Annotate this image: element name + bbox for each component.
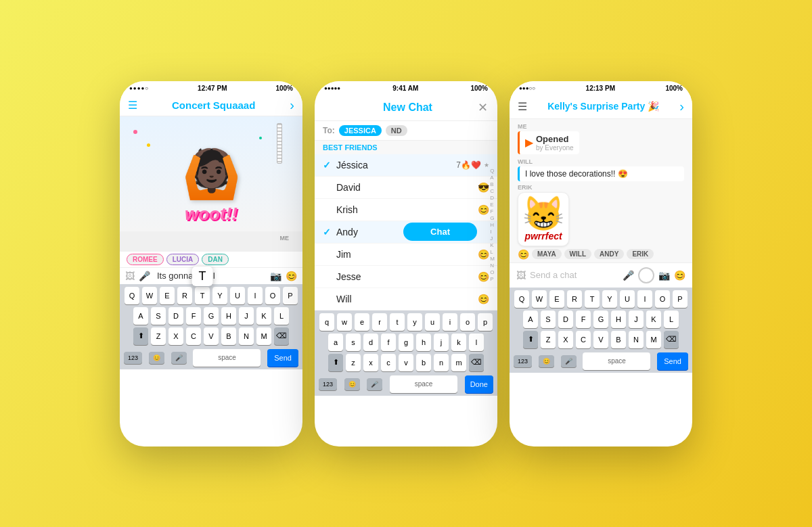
key-O[interactable]: O (265, 287, 280, 304)
key-B[interactable]: B (221, 327, 236, 345)
key3-P[interactable]: P (673, 290, 687, 308)
key3-space[interactable]: space (583, 352, 650, 370)
key-mic-1[interactable]: 🎤 (171, 352, 187, 364)
key-S[interactable]: S (151, 307, 166, 325)
key-C[interactable]: C (186, 327, 201, 345)
key3-V[interactable]: V (593, 331, 608, 348)
key2-j[interactable]: j (434, 334, 449, 351)
key2-y[interactable]: y (407, 313, 422, 331)
key2-p[interactable]: p (478, 313, 493, 331)
key3-L[interactable]: L (664, 311, 679, 328)
key3-S[interactable]: S (541, 311, 556, 328)
key2-c[interactable]: c (381, 354, 396, 371)
key-N[interactable]: N (239, 327, 254, 345)
key2-h[interactable]: h (416, 334, 431, 351)
key2-k[interactable]: k (451, 334, 466, 351)
key-G[interactable]: G (204, 307, 219, 325)
key3-O[interactable]: O (655, 290, 670, 308)
key2-r[interactable]: r (372, 313, 387, 331)
key-T[interactable]: T T (195, 287, 210, 304)
reaction-emoji[interactable]: 😊 (518, 249, 529, 260)
key3-G[interactable]: G (593, 311, 608, 328)
key3-send[interactable]: Send (657, 352, 688, 370)
key3-Y[interactable]: Y (602, 290, 617, 308)
react-maya[interactable]: MAYA (532, 249, 562, 259)
key3-J[interactable]: J (629, 311, 644, 328)
menu-icon-1[interactable]: ☰ (128, 99, 137, 112)
key2-space[interactable]: space (390, 375, 457, 393)
key3-shift[interactable]: ⬆ (523, 331, 538, 348)
emoji-icon-3[interactable]: 😊 (674, 270, 685, 281)
key3-Z[interactable]: Z (541, 331, 556, 348)
chip-jessica[interactable]: JESSICA (339, 125, 382, 136)
key3-R[interactable]: R (567, 290, 582, 308)
forward-icon-1[interactable]: › (290, 97, 294, 113)
record-btn-3[interactable] (638, 267, 654, 283)
react-will[interactable]: WILL (564, 249, 591, 259)
key3-I[interactable]: I (637, 290, 652, 308)
key-Q[interactable]: Q (125, 287, 139, 304)
contact-jessica[interactable]: ✓ Jéssica 7🔥❤️ ★ (315, 154, 497, 177)
key3-W[interactable]: W (532, 290, 547, 308)
key-send-1[interactable]: Send (267, 349, 298, 367)
key2-o[interactable]: o (460, 313, 475, 331)
key3-H[interactable]: H (611, 311, 626, 328)
key3-Q[interactable]: Q (514, 290, 529, 308)
key-D[interactable]: D (168, 307, 183, 325)
react-erik[interactable]: ERIK (627, 249, 654, 259)
key-Z[interactable]: Z (151, 327, 166, 345)
key2-a[interactable]: a (328, 334, 343, 351)
key2-done[interactable]: Done (465, 375, 493, 393)
key-space-1[interactable]: space (193, 349, 261, 367)
key3-N[interactable]: N (629, 331, 644, 348)
chat-input[interactable]: Send a chat (530, 270, 618, 280)
key2-i[interactable]: i (443, 313, 457, 331)
contact-jim[interactable]: ✓ Jim 😊 (315, 244, 497, 266)
key2-z[interactable]: z (346, 354, 361, 371)
key2-delete[interactable]: ⌫ (469, 354, 484, 371)
key-R[interactable]: R (177, 287, 192, 304)
close-button[interactable]: ✕ (478, 100, 488, 115)
key3-E[interactable]: E (549, 290, 564, 308)
key2-u[interactable]: u (425, 313, 440, 331)
key2-s[interactable]: s (346, 334, 361, 351)
contact-will[interactable]: ✓ Will 😊 (315, 288, 497, 311)
key2-shift[interactable]: ⬆ (328, 354, 343, 371)
key-K[interactable]: K (256, 307, 271, 325)
key2-q[interactable]: q (319, 313, 334, 331)
key-J[interactable]: J (239, 307, 254, 325)
key-I[interactable]: I (248, 287, 263, 304)
key-M[interactable]: M (256, 327, 271, 345)
key-L[interactable]: L (274, 307, 289, 325)
key3-F[interactable]: F (576, 311, 591, 328)
key-E[interactable]: E (160, 287, 175, 304)
key3-delete[interactable]: ⌫ (664, 331, 679, 348)
key2-n[interactable]: n (434, 354, 449, 371)
key2-m[interactable]: m (451, 354, 466, 371)
key-W[interactable]: W (142, 287, 157, 304)
contact-david[interactable]: ✓ David 😎 (315, 177, 497, 199)
react-andy[interactable]: ANDY (594, 249, 624, 259)
contact-jesse[interactable]: ✓ Jesse 😊 (315, 266, 497, 288)
key2-w[interactable]: w (337, 313, 352, 331)
key-Y[interactable]: Y (212, 287, 227, 304)
contact-andy[interactable]: ✓ Andy Chat (315, 221, 497, 244)
key3-mic[interactable]: 🎤 (561, 355, 577, 367)
key2-e[interactable]: e (355, 313, 369, 331)
key2-emoji[interactable]: 😊 (344, 378, 360, 390)
key2-d[interactable]: d (363, 334, 378, 351)
key3-B[interactable]: B (611, 331, 626, 348)
video-icon-3[interactable]: 📷 (658, 270, 670, 281)
key2-v[interactable]: v (399, 354, 413, 371)
key2-g[interactable]: g (399, 334, 413, 351)
key2-l[interactable]: l (469, 334, 484, 351)
chat-overlay-button[interactable]: Chat (403, 223, 477, 241)
key-U[interactable]: U (230, 287, 245, 304)
key-delete[interactable]: ⌫ (274, 327, 289, 345)
key2-123[interactable]: 123 (319, 378, 337, 390)
key3-K[interactable]: K (646, 311, 661, 328)
key-H[interactable]: H (221, 307, 236, 325)
key-shift[interactable]: ⬆ (133, 327, 148, 345)
chip-nd[interactable]: ND (386, 125, 407, 136)
key3-A[interactable]: A (523, 311, 538, 328)
